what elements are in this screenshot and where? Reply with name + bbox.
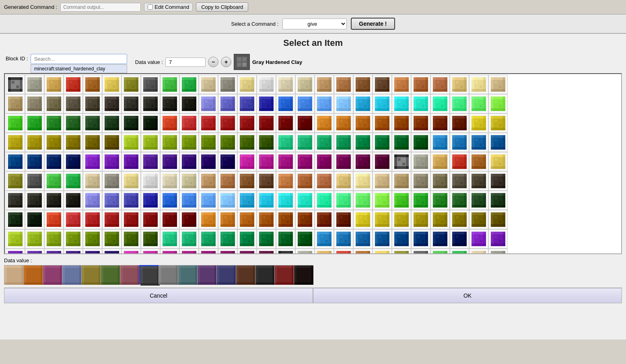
item-cell[interactable] <box>353 133 373 152</box>
item-cell[interactable] <box>83 133 102 152</box>
item-cell[interactable] <box>121 191 141 210</box>
item-cell[interactable] <box>469 210 488 229</box>
item-cell[interactable] <box>83 249 102 254</box>
item-cell[interactable] <box>218 94 237 113</box>
item-cell[interactable] <box>218 113 237 133</box>
item-cell[interactable] <box>411 113 430 133</box>
item-cell[interactable] <box>334 75 353 94</box>
item-cell[interactable] <box>276 210 295 229</box>
item-cell[interactable] <box>276 75 295 94</box>
item-cell[interactable] <box>237 210 257 229</box>
item-cell[interactable] <box>179 191 199 210</box>
item-cell[interactable] <box>295 249 315 254</box>
item-cell[interactable] <box>392 229 411 249</box>
item-cell[interactable] <box>430 94 450 113</box>
item-cell[interactable] <box>315 75 334 94</box>
item-cell[interactable] <box>6 249 25 254</box>
item-cell[interactable] <box>411 191 430 210</box>
item-cell[interactable] <box>411 133 430 152</box>
item-cell[interactable] <box>315 113 334 133</box>
item-cell[interactable] <box>488 113 508 133</box>
item-cell[interactable] <box>25 191 44 210</box>
item-cell[interactable] <box>102 191 121 210</box>
item-cell[interactable] <box>257 191 276 210</box>
item-cell[interactable] <box>199 171 218 191</box>
item-cell[interactable] <box>44 152 64 171</box>
item-cell[interactable] <box>121 113 141 133</box>
item-cell[interactable] <box>179 94 199 113</box>
item-cell[interactable] <box>295 75 315 94</box>
item-cell[interactable] <box>25 94 44 113</box>
item-cell[interactable] <box>488 94 508 113</box>
item-cell[interactable] <box>237 229 257 249</box>
item-cell[interactable] <box>392 191 411 210</box>
search-dropdown[interactable]: minecraft:stained_hardened_clay <box>31 64 127 73</box>
item-cell[interactable] <box>179 133 199 152</box>
item-cell[interactable] <box>392 75 411 94</box>
item-cell[interactable] <box>315 171 334 191</box>
item-cell[interactable] <box>102 171 121 191</box>
item-cell[interactable] <box>102 113 121 133</box>
item-cell[interactable] <box>257 229 276 249</box>
item-cell[interactable] <box>334 229 353 249</box>
item-cell[interactable] <box>295 113 315 133</box>
dv-color-cell[interactable] <box>139 265 159 284</box>
item-cell[interactable] <box>353 210 373 229</box>
dv-color-cell[interactable] <box>159 265 178 284</box>
item-cell[interactable] <box>25 171 44 191</box>
item-cell[interactable] <box>141 249 160 254</box>
item-cell[interactable] <box>392 171 411 191</box>
item-cell[interactable] <box>488 152 508 171</box>
item-cell[interactable] <box>141 171 160 191</box>
item-cell[interactable] <box>44 171 64 191</box>
item-cell[interactable] <box>141 191 160 210</box>
item-cell[interactable] <box>392 113 411 133</box>
item-cell[interactable] <box>102 249 121 254</box>
item-cell[interactable] <box>373 229 392 249</box>
item-cell[interactable] <box>334 152 353 171</box>
item-cell[interactable] <box>102 210 121 229</box>
item-cell[interactable] <box>64 171 83 191</box>
item-cell[interactable] <box>64 94 83 113</box>
item-cell[interactable] <box>141 210 160 229</box>
item-cell[interactable] <box>469 152 488 171</box>
dv-color-cell[interactable] <box>274 265 294 284</box>
item-cell[interactable] <box>373 113 392 133</box>
item-cell[interactable] <box>160 94 179 113</box>
item-cell[interactable] <box>64 210 83 229</box>
item-cell[interactable] <box>315 152 334 171</box>
item-cell[interactable] <box>469 94 488 113</box>
item-cell[interactable] <box>218 249 237 254</box>
item-cell[interactable] <box>353 113 373 133</box>
item-cell[interactable] <box>373 133 392 152</box>
item-cell[interactable] <box>102 152 121 171</box>
item-cell[interactable] <box>237 171 257 191</box>
item-cell[interactable] <box>469 249 488 254</box>
item-cell[interactable] <box>353 75 373 94</box>
dv-color-cell[interactable] <box>178 265 197 284</box>
item-cell[interactable] <box>257 171 276 191</box>
item-cell[interactable] <box>392 133 411 152</box>
item-cell[interactable] <box>334 94 353 113</box>
item-cell[interactable] <box>160 152 179 171</box>
item-cell[interactable] <box>276 133 295 152</box>
item-cell[interactable] <box>25 249 44 254</box>
dv-color-cell[interactable] <box>23 265 43 284</box>
item-cell[interactable] <box>160 113 179 133</box>
item-cell[interactable] <box>430 249 450 254</box>
item-cell[interactable] <box>6 113 25 133</box>
command-output-input[interactable] <box>60 3 141 12</box>
item-cell[interactable] <box>44 133 64 152</box>
item-cell[interactable] <box>179 152 199 171</box>
search-input[interactable] <box>31 54 127 64</box>
item-cell[interactable] <box>373 152 392 171</box>
item-cell[interactable] <box>141 229 160 249</box>
item-cell[interactable] <box>141 152 160 171</box>
item-cell[interactable] <box>450 171 469 191</box>
item-cell[interactable] <box>218 171 237 191</box>
item-cell[interactable] <box>237 152 257 171</box>
dv-color-cell[interactable] <box>197 265 216 284</box>
item-cell[interactable] <box>179 75 199 94</box>
item-cell[interactable] <box>276 113 295 133</box>
item-cell[interactable] <box>295 171 315 191</box>
